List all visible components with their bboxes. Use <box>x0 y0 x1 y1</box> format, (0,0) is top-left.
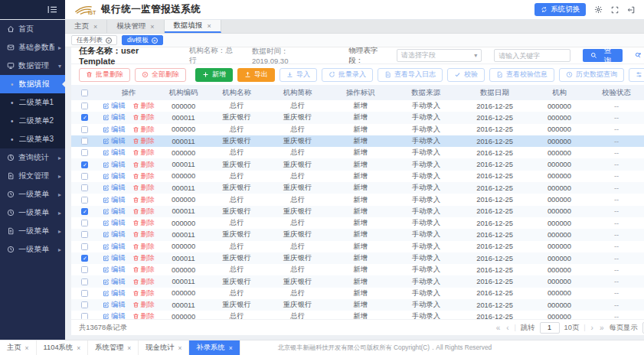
table-row[interactable]: 编辑删除000011重庆银行重庆银行新增手动录入2016-12-25000000… <box>71 299 644 311</box>
row-checkbox[interactable] <box>81 231 88 238</box>
table-row[interactable]: 编辑删除000000总行总行新增手动录入2016-12-25000000--未锁… <box>71 217 644 229</box>
history-query-button[interactable]: 历史数据查询 <box>559 68 624 82</box>
tab-home[interactable]: 主页× <box>65 20 107 33</box>
edit-link[interactable]: 编辑 <box>103 101 126 111</box>
export-button[interactable]: 导出 <box>237 68 275 82</box>
last-page-button[interactable]: » <box>599 324 605 332</box>
sidebar-subitem-submenu-2[interactable]: •二级菜单2 <box>0 112 65 130</box>
table-row[interactable]: 编辑删除000011重庆银行重庆银行新增手动录入2016-12-25000000… <box>71 112 644 123</box>
tab-data-entry[interactable]: 数据填报× <box>165 20 221 33</box>
prev-page-button[interactable]: ‹ <box>505 324 509 332</box>
select-all-checkbox[interactable] <box>81 90 88 96</box>
delete-link[interactable]: 删除 <box>132 218 155 228</box>
row-checkbox[interactable] <box>81 243 88 250</box>
edit-link[interactable]: 编辑 <box>103 148 126 158</box>
table-row[interactable]: 编辑删除000011重庆银行重庆银行新增手动录入2016-12-25000000… <box>71 275 644 287</box>
close-icon[interactable]: × <box>93 23 97 31</box>
breadcrumb-chip-div-template[interactable]: div模板× <box>122 35 163 45</box>
edit-link[interactable]: 编辑 <box>103 136 126 146</box>
edit-link[interactable]: 编辑 <box>103 112 126 122</box>
table-row[interactable]: 编辑删除000000总行总行新增手动录入2016-12-25000000--未锁… <box>71 147 644 158</box>
sidebar-item-level1-menu-4[interactable]: 一级菜单▸ <box>0 240 65 259</box>
delete-link[interactable]: 删除 <box>132 300 155 310</box>
row-checkbox[interactable] <box>81 208 88 215</box>
system-switch-button[interactable]: 系统切换 <box>534 3 586 16</box>
row-checkbox[interactable] <box>81 173 88 180</box>
close-icon[interactable]: × <box>229 344 233 352</box>
delete-link[interactable]: 删除 <box>132 207 155 217</box>
row-checkbox[interactable] <box>81 255 88 262</box>
edit-link[interactable]: 编辑 <box>103 218 126 228</box>
edit-link[interactable]: 编辑 <box>103 265 126 275</box>
table-row[interactable]: 编辑删除000000总行总行新增手动录入2016-12-25000000--未锁… <box>71 241 644 252</box>
taskbar-tab-supplement-sys[interactable]: 补录系统× <box>189 340 240 355</box>
delete-link[interactable]: 删除 <box>132 160 155 170</box>
sidebar-subitem-submenu-3[interactable]: •二级菜单3 <box>0 130 65 148</box>
taskbar-tab-cash-stats[interactable]: 现金统计× <box>139 340 189 355</box>
next-page-button[interactable]: › <box>590 324 594 332</box>
row-checkbox[interactable] <box>81 184 88 191</box>
search-button[interactable]: 查询 <box>583 49 623 62</box>
close-icon[interactable]: × <box>150 23 154 31</box>
edit-link[interactable]: 编辑 <box>103 242 126 252</box>
row-checkbox[interactable] <box>81 197 88 204</box>
sidebar-item-query-stats[interactable]: 查询统计▸ <box>0 148 65 167</box>
table-row[interactable]: 编辑删除000000总行总行新增手动录入2016-12-25000000--未锁… <box>71 171 644 182</box>
close-circle-icon[interactable]: × <box>106 37 112 44</box>
delete-link[interactable]: 删除 <box>132 112 155 122</box>
import-log-button[interactable]: 查看导入日志 <box>378 68 443 82</box>
close-icon[interactable]: × <box>178 344 181 352</box>
add-button[interactable]: 新增 <box>195 68 233 82</box>
sidebar-item-level1-menu-3[interactable]: 一级菜单▸ <box>0 222 65 240</box>
sidebar-item-level1-menu-2[interactable]: 一级菜单▸ <box>0 204 65 222</box>
delete-link[interactable]: 删除 <box>132 136 155 146</box>
first-page-button[interactable]: « <box>495 324 502 332</box>
row-checkbox[interactable] <box>81 138 88 145</box>
table-row[interactable]: 编辑删除000000总行总行新增手动录入2016-12-25000000--未锁… <box>71 194 644 205</box>
sidebar-item-level1-menu-1[interactable]: 一级菜单▸ <box>0 185 65 204</box>
edit-link[interactable]: 编辑 <box>103 125 126 135</box>
table-row[interactable]: 编辑删除000000总行总行新增手动录入2016-12-25000000--未锁… <box>71 124 644 135</box>
delete-link[interactable]: 删除 <box>132 253 155 263</box>
fullscreen-icon[interactable] <box>611 6 619 14</box>
sidebar-item-report-mgmt[interactable]: 报文管理▸ <box>0 167 65 185</box>
edit-link[interactable]: 编辑 <box>103 171 126 181</box>
gear-icon[interactable] <box>594 5 603 14</box>
delete-link[interactable]: 删除 <box>132 195 155 205</box>
row-checkbox[interactable] <box>81 114 88 121</box>
collapse-menu-icon[interactable] <box>47 5 57 14</box>
close-icon[interactable]: × <box>77 344 80 352</box>
table-row[interactable]: 编辑删除000000总行总行新增手动录入2016-12-25000000--未锁… <box>71 288 644 299</box>
edit-link[interactable]: 编辑 <box>103 183 126 193</box>
table-row[interactable]: 编辑删除000000总行总行新增手动录入2016-12-25000000--未锁… <box>71 100 644 112</box>
table-row[interactable]: 编辑删除000011重庆银行重庆银行新增手动录入2016-12-25000000… <box>71 206 644 217</box>
close-icon[interactable]: × <box>25 344 29 352</box>
delete-link[interactable]: 删除 <box>132 101 155 111</box>
import-button[interactable]: 导入 <box>280 68 317 82</box>
validate-info-button[interactable]: 查看校验信息 <box>489 68 554 82</box>
edit-link[interactable]: 编辑 <box>103 288 126 298</box>
row-checkbox[interactable] <box>81 266 88 273</box>
adjust-reason-button[interactable]: 调整原因 <box>629 68 644 82</box>
delete-link[interactable]: 删除 <box>132 311 155 319</box>
row-checkbox[interactable] <box>81 103 88 109</box>
table-row[interactable]: 编辑删除000011重庆银行重庆银行新增手动录入2016-12-25000000… <box>71 229 644 240</box>
taskbar-tab-sys-1104[interactable]: 1104系统× <box>37 340 89 355</box>
sidebar-subitem-data-entry[interactable]: •数据填报 <box>0 75 65 93</box>
edit-link[interactable]: 编辑 <box>103 300 126 310</box>
taskbar-tab-sys-mgmt[interactable]: 系统管理× <box>88 340 139 355</box>
row-checkbox[interactable] <box>81 220 88 226</box>
sidebar-item-base-params[interactable]: 基础参数配置▸ <box>0 38 65 57</box>
delete-link[interactable]: 删除 <box>132 288 155 298</box>
table-row[interactable]: 编辑删除000011重庆银行重庆银行新增手动录入2016-12-25000000… <box>71 135 644 147</box>
sidebar-subitem-submenu-1[interactable]: •二级菜单1 <box>0 93 65 112</box>
delete-link[interactable]: 删除 <box>132 265 155 275</box>
sidebar-item-data-mgmt[interactable]: 数据管理▾ <box>0 57 65 75</box>
edit-link[interactable]: 编辑 <box>103 230 126 239</box>
sidebar-item-home[interactable]: 首页 <box>0 20 65 38</box>
table-row[interactable]: 编辑删除000011重庆银行重庆银行新增手动录入2016-12-25000000… <box>71 158 644 170</box>
close-circle-icon[interactable]: × <box>152 37 158 44</box>
table-row[interactable]: 编辑删除000011重庆银行重庆银行新增手动录入2016-12-25000000… <box>71 252 644 264</box>
field-select[interactable]: 请选择字段▾ <box>397 49 482 62</box>
row-checkbox[interactable] <box>81 161 88 168</box>
